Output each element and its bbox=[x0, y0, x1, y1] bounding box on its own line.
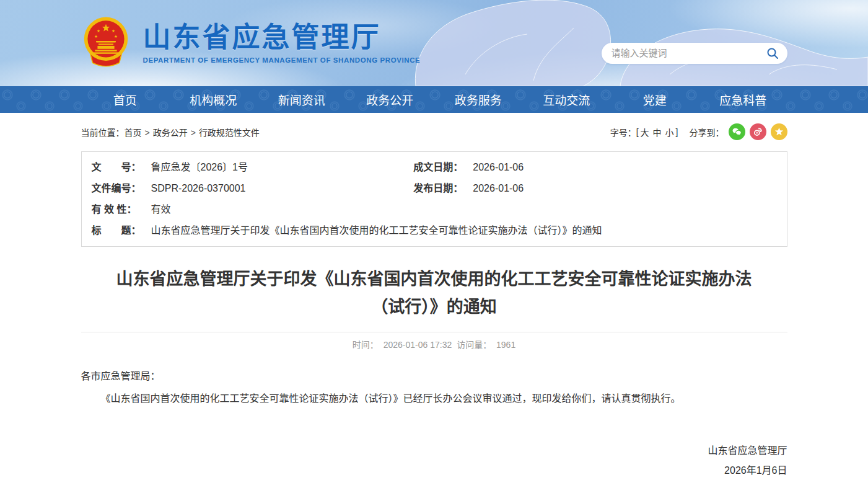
article-time-label: 时间： bbox=[353, 340, 379, 350]
doc-info-row: 有 效 性： 有效 bbox=[82, 199, 787, 220]
doc-info-row: 文 号： 鲁应急发〔2026〕1号 成文日期： 2026-01-06 bbox=[82, 157, 787, 178]
font-size-large-button[interactable]: 大 bbox=[641, 126, 649, 138]
doc-written-date-label: 成文日期： bbox=[413, 161, 473, 174]
doc-title-value: 山东省应急管理厅关于印发《山东省国内首次使用的化工工艺安全可靠性论证实施办法（试… bbox=[151, 224, 777, 238]
article-salutation: 各市应急管理局： bbox=[81, 367, 787, 386]
article-paragraph: 《山东省国内首次使用的化工工艺安全可靠性论证实施办法（试行）》已经厅长办公会议审… bbox=[81, 389, 787, 408]
breadcrumb-toolbar-row: 当前位置：首页>政务公开>行政规范性文件 字号： [ 大 中 小 ] 分享到： bbox=[81, 113, 787, 145]
doc-file-id-value: SDPR-2026-0370001 bbox=[151, 182, 414, 195]
site-title-english: DEPARTMENT OF EMERGENCY MANAGEMENT OF SH… bbox=[143, 56, 421, 64]
bracket-open: [ bbox=[636, 127, 639, 137]
search-input[interactable] bbox=[612, 48, 765, 58]
article: 山东省应急管理厅关于印发《山东省国内首次使用的化工工艺安全可靠性论证实施办法（试… bbox=[81, 265, 787, 479]
font-size-small-button[interactable]: 小 bbox=[665, 126, 674, 138]
document-info-box: 文 号： 鲁应急发〔2026〕1号 成文日期： 2026-01-06 文件编号：… bbox=[81, 151, 787, 247]
nav-item-party-building[interactable]: 党建 bbox=[611, 86, 699, 113]
wechat-share-button[interactable] bbox=[729, 123, 745, 140]
nav-item-gov-services[interactable]: 政务服务 bbox=[434, 86, 523, 113]
qzone-star-icon bbox=[774, 127, 784, 137]
doc-number-value: 鲁应急发〔2026〕1号 bbox=[151, 161, 414, 174]
site-title: 山东省应急管理厅 bbox=[143, 22, 421, 53]
doc-validity-label: 有 效 性： bbox=[92, 203, 151, 216]
search-icon bbox=[766, 47, 779, 60]
search-box bbox=[602, 43, 787, 64]
breadcrumb-current: 行政规范性文件 bbox=[199, 128, 260, 138]
breadcrumb-separator: > bbox=[191, 128, 196, 138]
search-button[interactable] bbox=[765, 46, 780, 61]
page-toolbar: 字号： [ 大 中 小 ] 分享到： bbox=[610, 123, 787, 140]
font-size-medium-button[interactable]: 中 bbox=[653, 126, 662, 138]
breadcrumb-home-link[interactable]: 首页 bbox=[125, 128, 142, 138]
nav-item-interaction[interactable]: 互动交流 bbox=[522, 86, 611, 113]
nav-item-gov-disclosure[interactable]: 政务公开 bbox=[346, 86, 434, 113]
nav-item-organization[interactable]: 机构概况 bbox=[169, 86, 258, 113]
doc-file-id-label: 文件编号： bbox=[92, 182, 151, 195]
national-emblem-logo bbox=[81, 15, 131, 72]
doc-publish-date-value: 2026-01-06 bbox=[473, 182, 776, 195]
signature-name: 山东省应急管理厅 bbox=[81, 443, 787, 459]
wechat-icon bbox=[732, 127, 742, 137]
breadcrumb-separator: > bbox=[145, 128, 150, 138]
main-nav: 首页 机构概况 新闻资讯 政务公开 政务服务 互动交流 党建 应急科普 bbox=[0, 86, 868, 113]
article-visits-value: 1961 bbox=[496, 340, 515, 350]
article-title: 山东省应急管理厅关于印发《山东省国内首次使用的化工工艺安全可靠性论证实施办法（试… bbox=[81, 265, 787, 321]
weibo-share-button[interactable] bbox=[750, 123, 766, 140]
doc-validity-value: 有效 bbox=[151, 203, 777, 216]
font-size-label: 字号： bbox=[610, 126, 636, 138]
share-label: 分享到： bbox=[690, 126, 724, 138]
bracket-close: ] bbox=[676, 127, 678, 137]
doc-info-row: 文件编号： SDPR-2026-0370001 发布日期： 2026-01-06 bbox=[82, 178, 787, 199]
doc-info-row: 标 题： 山东省应急管理厅关于印发《山东省国内首次使用的化工工艺安全可靠性论证实… bbox=[82, 220, 787, 241]
article-body: 各市应急管理局： 《山东省国内首次使用的化工工艺安全可靠性论证实施办法（试行）》… bbox=[81, 367, 787, 479]
weibo-icon bbox=[753, 127, 763, 137]
qzone-share-button[interactable] bbox=[771, 123, 787, 140]
site-header: 山东省应急管理厅 DEPARTMENT OF EMERGENCY MANAGEM… bbox=[0, 0, 868, 86]
article-meta: 时间： 2026-01-06 17:32 访问量： 1961 bbox=[81, 332, 787, 350]
article-time-value: 2026-01-06 17:32 bbox=[384, 340, 452, 350]
doc-publish-date-label: 发布日期： bbox=[413, 182, 473, 195]
breadcrumb-section-link[interactable]: 政务公开 bbox=[153, 128, 188, 138]
breadcrumb-prefix: 当前位置： bbox=[81, 128, 125, 138]
doc-written-date-value: 2026-01-06 bbox=[473, 161, 776, 174]
site-logo-area: 山东省应急管理厅 DEPARTMENT OF EMERGENCY MANAGEM… bbox=[81, 15, 421, 72]
nav-item-news[interactable]: 新闻资讯 bbox=[258, 86, 346, 113]
article-signature: 山东省应急管理厅 2026年1月6日 bbox=[81, 443, 787, 478]
breadcrumb: 当前位置：首页>政务公开>行政规范性文件 bbox=[81, 126, 260, 138]
doc-title-label: 标 题： bbox=[92, 224, 151, 238]
nav-item-home[interactable]: 首页 bbox=[81, 86, 170, 113]
signature-date: 2026年1月6日 bbox=[81, 463, 787, 479]
nav-item-emergency-science[interactable]: 应急科普 bbox=[699, 86, 787, 113]
doc-number-label: 文 号： bbox=[92, 161, 151, 174]
article-visits-label: 访问量： bbox=[457, 340, 491, 350]
